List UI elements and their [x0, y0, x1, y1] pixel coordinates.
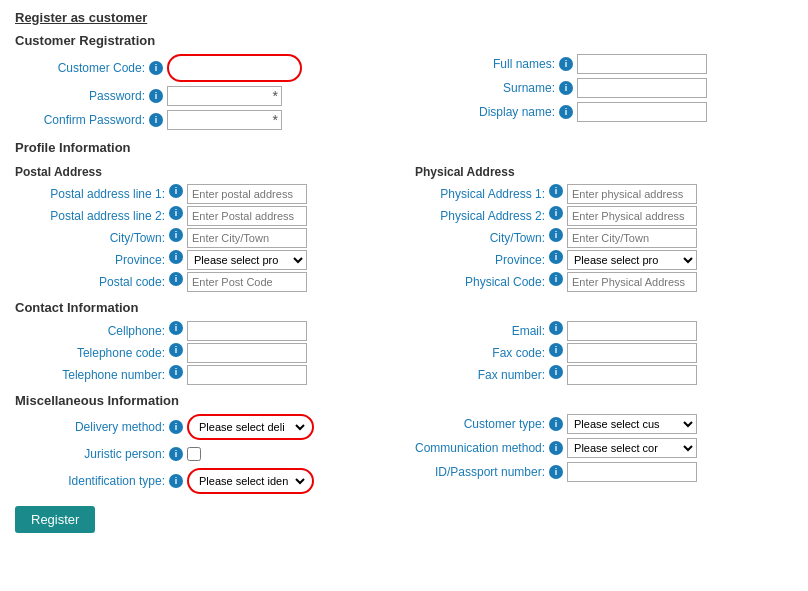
telephone-code-input[interactable] — [187, 343, 307, 363]
postal-line1-input[interactable] — [187, 184, 307, 204]
phys-line2-input[interactable] — [567, 206, 697, 226]
telephone-code-label: Telephone code: — [15, 343, 165, 363]
customer-registration-section: Customer Registration Customer Code: i P… — [15, 33, 793, 134]
customer-type-select[interactable]: Please select cus — [567, 414, 697, 434]
customer-registration-header: Customer Registration — [15, 33, 793, 48]
cellphone-input[interactable] — [187, 321, 307, 341]
juristic-person-info-icon[interactable]: i — [169, 447, 183, 461]
phys-code-info-icon[interactable]: i — [549, 272, 563, 286]
communication-method-select[interactable]: Please select cor — [567, 438, 697, 458]
delivery-method-label: Delivery method: — [15, 417, 165, 437]
telephone-number-label: Telephone number: — [15, 365, 165, 385]
postal-province-info-icon[interactable]: i — [169, 250, 183, 264]
telephone-number-info-icon[interactable]: i — [169, 365, 183, 379]
display-name-info-icon[interactable]: i — [559, 105, 573, 119]
fax-number-label: Fax number: — [415, 365, 545, 385]
misc-info-header: Miscellaneous Information — [15, 393, 793, 408]
full-names-label: Full names: — [455, 57, 555, 71]
miscellaneous-information-section: Miscellaneous Information Delivery metho… — [15, 393, 793, 496]
juristic-person-label: Juristic person: — [15, 444, 165, 464]
postal-line2-info-icon[interactable]: i — [169, 206, 183, 220]
confirm-password-info-icon[interactable]: i — [149, 113, 163, 127]
id-passport-info-icon[interactable]: i — [549, 465, 563, 479]
surname-label: Surname: — [455, 81, 555, 95]
telephone-number-input[interactable] — [187, 365, 307, 385]
phys-line1-info-icon[interactable]: i — [549, 184, 563, 198]
customer-type-label: Customer type: — [415, 414, 545, 434]
physical-address-header: Physical Address — [415, 165, 793, 179]
cellphone-label: Cellphone: — [15, 321, 165, 341]
fax-code-info-icon[interactable]: i — [549, 343, 563, 357]
contact-info-header: Contact Information — [15, 300, 793, 315]
password-label: Password: — [15, 89, 145, 103]
full-names-input[interactable] — [577, 54, 707, 74]
identification-type-label: Identification type: — [15, 471, 165, 491]
juristic-person-checkbox[interactable] — [187, 447, 201, 461]
confirm-password-label: Confirm Password: — [15, 113, 145, 127]
register-button[interactable]: Register — [15, 506, 95, 533]
profile-info-header: Profile Information — [15, 140, 793, 155]
id-passport-input[interactable] — [567, 462, 697, 482]
customer-code-input[interactable] — [177, 58, 292, 78]
fax-code-label: Fax code: — [415, 343, 545, 363]
identification-type-info-icon[interactable]: i — [169, 474, 183, 488]
communication-method-info-icon[interactable]: i — [549, 441, 563, 455]
fax-code-input[interactable] — [567, 343, 697, 363]
customer-code-info-icon[interactable]: i — [149, 61, 163, 75]
postal-line2-input[interactable] — [187, 206, 307, 226]
postal-line1-label: Postal address line 1: — [15, 184, 165, 204]
phys-code-input[interactable] — [567, 272, 697, 292]
email-label: Email: — [415, 321, 545, 341]
customer-code-label: Customer Code: — [15, 61, 145, 75]
confirm-password-input[interactable] — [167, 110, 282, 130]
telephone-code-info-icon[interactable]: i — [169, 343, 183, 357]
postal-line2-label: Postal address line 2: — [15, 206, 165, 226]
phys-line2-info-icon[interactable]: i — [549, 206, 563, 220]
contact-information-section: Contact Information Cellphone: i Telepho… — [15, 300, 793, 387]
email-info-icon[interactable]: i — [549, 321, 563, 335]
postal-code-info-icon[interactable]: i — [169, 272, 183, 286]
phys-line1-input[interactable] — [567, 184, 697, 204]
postal-province-select[interactable]: Please select pro — [187, 250, 307, 270]
phys-code-label: Physical Code: — [415, 272, 545, 292]
display-name-input[interactable] — [577, 102, 707, 122]
phys-line2-label: Physical Address 2: — [415, 206, 545, 226]
fax-number-input[interactable] — [567, 365, 697, 385]
postal-address-header: Postal Address — [15, 165, 415, 179]
profile-information-section: Profile Information Postal Address Posta… — [15, 140, 793, 294]
phys-line1-label: Physical Address 1: — [415, 184, 545, 204]
display-name-label: Display name: — [455, 105, 555, 119]
full-names-info-icon[interactable]: i — [559, 57, 573, 71]
id-passport-label: ID/Passport number: — [415, 462, 545, 482]
postal-line1-info-icon[interactable]: i — [169, 184, 183, 198]
email-input[interactable] — [567, 321, 697, 341]
postal-city-input[interactable] — [187, 228, 307, 248]
postal-province-label: Province: — [15, 250, 165, 270]
password-input[interactable] — [167, 86, 282, 106]
fax-number-info-icon[interactable]: i — [549, 365, 563, 379]
delivery-method-select[interactable]: Please select deli — [193, 417, 308, 437]
page-title: Register as customer — [15, 10, 793, 25]
cellphone-info-icon[interactable]: i — [169, 321, 183, 335]
surname-info-icon[interactable]: i — [559, 81, 573, 95]
postal-code-label: Postal code: — [15, 272, 165, 292]
surname-input[interactable] — [577, 78, 707, 98]
phys-city-info-icon[interactable]: i — [549, 228, 563, 242]
identification-type-select[interactable]: Please select iden — [193, 471, 308, 491]
postal-code-input[interactable] — [187, 272, 307, 292]
communication-method-label: Communication method: — [415, 438, 545, 458]
phys-province-label: Province: — [415, 250, 545, 270]
postal-city-label: City/Town: — [15, 228, 165, 248]
password-info-icon[interactable]: i — [149, 89, 163, 103]
delivery-method-info-icon[interactable]: i — [169, 420, 183, 434]
phys-city-input[interactable] — [567, 228, 697, 248]
customer-type-info-icon[interactable]: i — [549, 417, 563, 431]
phys-city-label: City/Town: — [415, 228, 545, 248]
phys-province-select[interactable]: Please select pro — [567, 250, 697, 270]
phys-province-info-icon[interactable]: i — [549, 250, 563, 264]
postal-city-info-icon[interactable]: i — [169, 228, 183, 242]
